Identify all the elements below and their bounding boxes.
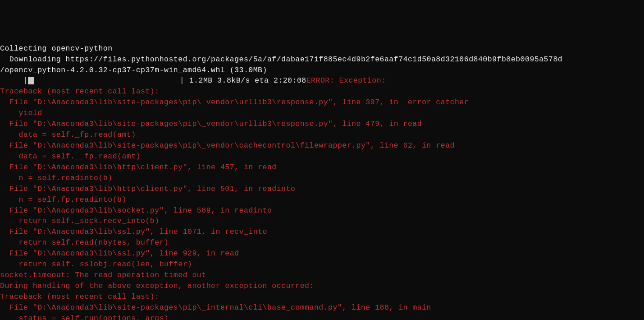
tb-code-5: n = self.fp.readinto(b)	[0, 195, 644, 205]
tb-file-5: File "D:\Anaconda3\lib\http\client.py", …	[0, 184, 644, 195]
tb-file-1: File "D:\Anaconda3\lib\site-packages\pip…	[0, 97, 644, 108]
tb-code-7: return self.read(nbytes, buffer)	[0, 237, 644, 248]
tb-file-2: File "D:\Anaconda3\lib\site-packages\pip…	[0, 119, 644, 130]
traceback-header-2: Traceback (most recent call last):	[0, 292, 644, 302]
progress-stats: | 1.2MB 3.8kB/s eta 2:20:08	[34, 76, 306, 85]
progress-line: | | 1.2MB 3.8kB/s eta 2:20:08ERROR: Exce…	[0, 75, 644, 86]
collecting-line: Collecting opencv-python	[0, 43, 644, 54]
tb-file-6: File "D:\Anaconda3\lib\socket.py", line …	[0, 205, 644, 216]
tb-file-7: File "D:\Anaconda3\lib\ssl.py", line 107…	[0, 227, 644, 237]
traceback-header-1: Traceback (most recent call last):	[0, 86, 644, 97]
tb-code-3: data = self.__fp.read(amt)	[0, 151, 644, 162]
downloading-line: Downloading https://files.pythonhosted.o…	[0, 54, 644, 65]
tb-code-4: n = self.readinto(b)	[0, 173, 644, 184]
error-label: ERROR: Exception:	[306, 76, 386, 85]
tb-file-4: File "D:\Anaconda3\lib\http\client.py", …	[0, 162, 644, 173]
socket-timeout: socket.timeout: The read operation timed…	[0, 270, 644, 281]
progress-bar-filled	[28, 77, 34, 84]
tb-code-8: return self._sslobj.read(len, buffer)	[0, 259, 644, 270]
tb-code-1: yield	[0, 108, 644, 119]
tb-code-2: data = self._fp.read(amt)	[0, 130, 644, 140]
tb-code-6: return self._sock.recv_into(b)	[0, 216, 644, 227]
tb-file-9: File "D:\Anaconda3\lib\site-packages\pip…	[0, 302, 644, 313]
wheel-line: /opencv_python-4.2.0.32-cp37-cp37m-win_a…	[0, 65, 644, 76]
progress-prefix: |	[0, 76, 28, 85]
tb-file-3: File "D:\Anaconda3\lib\site-packages\pip…	[0, 140, 644, 151]
tb-code-9: status = self.run(options, args)	[0, 313, 644, 320]
during-handling: During handling of the above exception, …	[0, 281, 644, 292]
tb-file-8: File "D:\Anaconda3\lib\ssl.py", line 929…	[0, 248, 644, 259]
terminal-output: Collecting opencv-python Downloading htt…	[0, 43, 644, 320]
